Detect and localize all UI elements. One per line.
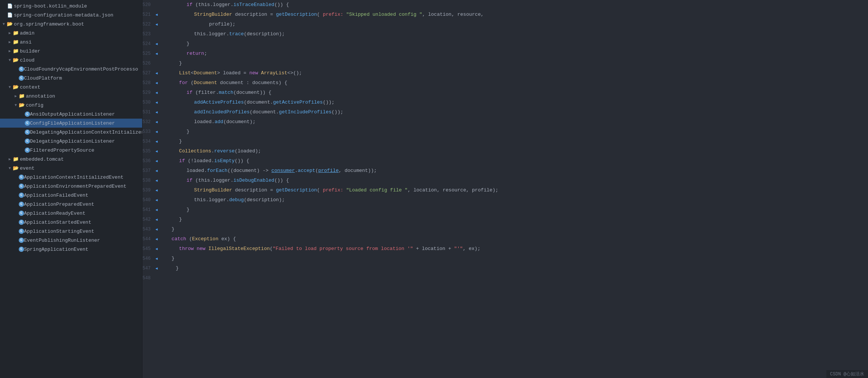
token: , location, resource, bbox=[422, 10, 484, 20]
marker-524: ◀ bbox=[154, 39, 160, 49]
sidebar-item-file2[interactable]: 📄spring-configuration-metadata.json bbox=[0, 11, 142, 20]
token: ( bbox=[317, 185, 320, 195]
line-num-536: 536 bbox=[142, 156, 154, 166]
class-icon: C bbox=[19, 229, 24, 234]
line-number-gutter: 5205215225235245255265275285295305315325… bbox=[142, 0, 154, 378]
token: ()) { bbox=[274, 176, 289, 185]
token: (description); bbox=[244, 195, 285, 205]
line-num-531: 531 bbox=[142, 107, 154, 117]
chevron-right-icon: ▶ bbox=[7, 40, 12, 44]
sidebar-item-cls-ev2[interactable]: CApplicationEnvironmentPreparedEvent bbox=[0, 182, 142, 191]
token: ( bbox=[188, 78, 194, 88]
class-icon: C bbox=[19, 66, 24, 72]
tree-label: ApplicationStartedEvent bbox=[24, 220, 91, 225]
sidebar-item-cls-ev3[interactable]: CApplicationFailedEvent bbox=[0, 191, 142, 200]
token: "Loaded config file " bbox=[343, 185, 408, 195]
token: add bbox=[214, 117, 223, 127]
token bbox=[205, 244, 208, 254]
sidebar-item-pkg-embedded[interactable]: ▶📁embedded.tomcat bbox=[0, 155, 142, 164]
diff-marker-icon: ◀ bbox=[156, 208, 158, 212]
marker-521: ◀ bbox=[154, 10, 160, 20]
tree-label: annotation bbox=[26, 93, 55, 99]
sidebar-item-pkg-event[interactable]: ▼📂event bbox=[0, 164, 142, 173]
token: (filter. bbox=[192, 88, 219, 98]
diff-marker-icon: ◀ bbox=[156, 149, 158, 154]
class-icon: C bbox=[19, 238, 24, 243]
class-icon: C bbox=[25, 130, 30, 135]
sidebar-item-cls-filtered[interactable]: CFilteredPropertySource bbox=[0, 146, 142, 155]
sidebar-item-cls-ev4[interactable]: CApplicationPreparedEvent bbox=[0, 200, 142, 209]
token: "'" bbox=[454, 244, 463, 254]
token: forEach bbox=[207, 166, 228, 176]
marker-525: ◀ bbox=[154, 49, 160, 59]
sidebar-item-cls-ev7[interactable]: CApplicationStartingEvent bbox=[0, 227, 142, 236]
token: "Skipped unloaded config " bbox=[343, 10, 423, 20]
sidebar-item-file1[interactable]: 📄spring-boot.kotlin_module bbox=[0, 2, 142, 11]
folder-open-icon: 📂 bbox=[13, 57, 19, 63]
class-icon: C bbox=[25, 148, 30, 153]
code-line-522: profile); bbox=[164, 20, 868, 29]
tree-label: org.springframework.boot bbox=[14, 21, 84, 27]
token: profile bbox=[318, 166, 339, 176]
sidebar-item-cls-cloud2[interactable]: CCloudPlatform bbox=[0, 74, 142, 83]
sidebar-item-pkg-builder[interactable]: ▶📁builder bbox=[0, 47, 142, 56]
class-icon: C bbox=[25, 139, 30, 144]
code-viewport[interactable]: if (this.logger.isTraceEnabled()) {Strin… bbox=[160, 0, 868, 378]
tree-label: DelegatingApplicationListener bbox=[30, 139, 115, 144]
file-tree[interactable]: 📄spring-boot.kotlin_module 📄spring-confi… bbox=[0, 0, 142, 378]
marker-527: ◀ bbox=[154, 68, 160, 78]
line-num-537: 537 bbox=[142, 166, 154, 176]
tree-label: ConfigFileApplicationListener bbox=[30, 120, 115, 126]
token: ()) { bbox=[274, 0, 289, 10]
diff-marker-icon: ◀ bbox=[156, 247, 158, 251]
sidebar-item-pkg-annotation[interactable]: ▶📁annotation bbox=[0, 92, 142, 101]
class-icon: C bbox=[19, 75, 24, 81]
sidebar-item-cls-delegating-app[interactable]: CDelegatingApplicationListener bbox=[0, 137, 142, 146]
diff-marker-icon: ◀ bbox=[156, 22, 158, 27]
folder-closed-icon: 📁 bbox=[13, 156, 19, 162]
code-line-541: } bbox=[164, 205, 868, 215]
line-num-547: 547 bbox=[142, 264, 154, 273]
sidebar-item-cls-cloud1[interactable]: CCloudFoundryVcapEnvironmentPostProcesso bbox=[0, 65, 142, 74]
line-num-521: 521 bbox=[142, 10, 154, 20]
token: , ex); bbox=[463, 244, 480, 254]
sidebar-item-pkg-org[interactable]: ▼📂org.springframework.boot bbox=[0, 20, 142, 29]
code-line-529: if (filter.match(document)) { bbox=[164, 88, 868, 98]
tree-label: ApplicationFailedEvent bbox=[24, 193, 88, 198]
sidebar-item-pkg-ansi[interactable]: ▶📁ansi bbox=[0, 38, 142, 47]
code-line-538: if (this.logger.isDebugEnabled()) { bbox=[164, 176, 868, 185]
code-line-539: StringBuilder description = getDescripti… bbox=[164, 185, 868, 195]
chevron-down-icon: ▼ bbox=[7, 85, 12, 89]
code-line-540: this.logger.debug(description); bbox=[164, 195, 868, 205]
marker-520 bbox=[154, 0, 160, 10]
class-icon: C bbox=[19, 247, 24, 252]
sidebar-item-cls-ansi[interactable]: CAnsiOutputApplicationListener bbox=[0, 110, 142, 119]
sidebar-item-cls-ev9[interactable]: CSpringApplicationEvent bbox=[0, 245, 142, 254]
sidebar-item-pkg-admin[interactable]: ▶📁admin bbox=[0, 29, 142, 38]
token: isEmpty bbox=[214, 156, 235, 166]
marker-539: ◀ bbox=[154, 185, 160, 195]
sidebar-item-pkg-config[interactable]: ▼📂config bbox=[0, 101, 142, 110]
marker-545: ◀ bbox=[154, 244, 160, 254]
token: ()) { bbox=[235, 156, 249, 166]
code-line-525: return; bbox=[164, 49, 868, 59]
sidebar-item-cls-ev1[interactable]: CApplicationContextInitializedEvent bbox=[0, 173, 142, 182]
token: } bbox=[187, 127, 190, 137]
sidebar-item-cls-config-file[interactable]: CConfigFileApplicationListener bbox=[0, 119, 142, 128]
sidebar-item-pkg-cloud[interactable]: ▼📂cloud bbox=[0, 56, 142, 65]
sidebar-item-cls-ev5[interactable]: CApplicationReadyEvent bbox=[0, 209, 142, 218]
marker-538: ◀ bbox=[154, 176, 160, 185]
sidebar-item-cls-delegating-ctx[interactable]: CDelegatingApplicationContextInitializer bbox=[0, 128, 142, 137]
sidebar-item-pkg-context[interactable]: ▼📂context bbox=[0, 83, 142, 92]
sidebar-item-cls-ev6[interactable]: CApplicationStartedEvent bbox=[0, 218, 142, 227]
diff-marker-icon: ◀ bbox=[156, 90, 158, 95]
tree-label: ApplicationEnvironmentPreparedEvent bbox=[24, 184, 126, 189]
tree-label: ansi bbox=[20, 39, 31, 45]
token: Exception bbox=[192, 234, 218, 244]
tree-label: DelegatingApplicationContextInitializer bbox=[30, 130, 142, 135]
line-num-533: 533 bbox=[142, 127, 154, 137]
sidebar-item-cls-ev8[interactable]: CEventPublishingRunListener bbox=[0, 236, 142, 245]
token: if bbox=[187, 176, 193, 185]
token: } bbox=[164, 264, 179, 273]
token: Document bbox=[194, 78, 217, 88]
